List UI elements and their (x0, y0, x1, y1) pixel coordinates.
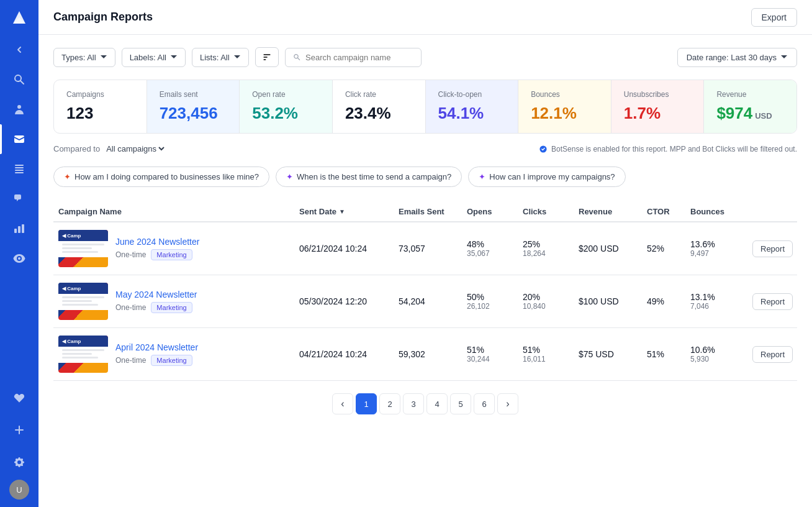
sidebar-item-search[interactable] (0, 65, 38, 94)
botsense-icon (539, 145, 548, 153)
stat-click-rate: Click rate 23.4% (333, 80, 426, 133)
sidebar-collapse-btn[interactable] (0, 35, 38, 65)
compared-row: Compared to All campaigns BotSense is en… (53, 144, 797, 154)
sort-icon: ▼ (339, 208, 345, 215)
stats-row: Campaigns 123 Emails sent 723,456 Open r… (53, 80, 797, 134)
campaigns-table: Campaign Name Sent Date ▼ Emails Sent Op… (53, 202, 797, 381)
search-icon (293, 53, 301, 62)
table-row: ◀ Camp May 2024 Newsletter One-time Mark… (53, 275, 797, 328)
pagination-prev[interactable]: ‹ (332, 393, 353, 414)
pagination-page-5[interactable]: 5 (450, 393, 471, 414)
stat-campaigns: Campaigns 123 (54, 80, 147, 133)
filters-row: Types: All Labels: All Lists: All Date r… (53, 47, 797, 67)
sidebar-item-campaigns[interactable] (0, 124, 38, 154)
campaign-thumbnail-1: ◀ Camp (58, 283, 108, 320)
ai-prompt-0[interactable]: ✦ How am I doing compared to businesses … (53, 167, 269, 187)
sidebar-item-conversations[interactable] (0, 184, 38, 214)
stat-emails-sent: Emails sent 723,456 (147, 80, 240, 133)
sidebar-item-reports[interactable] (0, 214, 38, 244)
pagination-page-2[interactable]: 2 (379, 393, 400, 414)
campaign-cell-2: ◀ Camp April 2024 Newsletter One-time Ma… (53, 336, 294, 373)
campaign-cell-1: ◀ Camp May 2024 Newsletter One-time Mark… (53, 283, 294, 320)
pagination-page-1[interactable]: 1 (356, 393, 377, 414)
sidebar-logo[interactable] (0, 0, 38, 35)
table-row: ◀ Camp April 2024 Newsletter One-time Ma… (53, 328, 797, 381)
avatar[interactable]: U (9, 480, 29, 500)
stat-bounces: Bounces 12.1% (518, 80, 611, 133)
date-range-button[interactable]: Date range: Last 30 days (677, 48, 797, 67)
campaign-cell-0: ◀ Camp June 2024 Newsletter One-time Mar… (53, 230, 294, 267)
botsense-note: BotSense is enabled for this report. MPP… (539, 145, 797, 153)
sidebar-item-automations[interactable] (0, 154, 38, 184)
export-button[interactable]: Export (751, 8, 797, 27)
table-row: ◀ Camp June 2024 Newsletter One-time Mar… (53, 222, 797, 275)
page-title: Campaign Reports (53, 11, 153, 24)
sidebar-item-analytics[interactable] (0, 244, 38, 273)
report-button-2[interactable]: Report (752, 346, 793, 363)
filter-options-button[interactable] (255, 47, 279, 67)
table-header: Campaign Name Sent Date ▼ Emails Sent Op… (53, 202, 797, 222)
main-area: Campaign Reports Export Types: All Label… (38, 0, 812, 507)
ai-prompt-2[interactable]: ✦ How can I improve my campaigns? (468, 167, 625, 187)
campaign-name-0[interactable]: June 2024 Newsletter (115, 237, 199, 247)
pagination-page-6[interactable]: 6 (474, 393, 495, 414)
pagination: ‹ 1 2 3 4 5 6 › (53, 381, 797, 427)
stat-revenue: Revenue $974USD (704, 80, 796, 133)
header: Campaign Reports Export (38, 0, 812, 35)
stat-click-to-open: Click-to-open 54.1% (426, 80, 519, 133)
types-filter[interactable]: Types: All (53, 48, 115, 67)
content-area: Types: All Labels: All Lists: All Date r… (38, 35, 812, 507)
sidebar: U (0, 0, 38, 507)
stat-unsubscribes: Unsubscribes 1.7% (611, 80, 705, 133)
report-button-0[interactable]: Report (752, 240, 793, 257)
pagination-page-4[interactable]: 4 (426, 393, 448, 414)
labels-filter[interactable]: Labels: All (122, 48, 186, 67)
campaign-thumbnail-0: ◀ Camp (58, 230, 108, 267)
ai-prompts: ✦ How am I doing compared to businesses … (53, 167, 797, 187)
sidebar-item-settings[interactable] (0, 447, 38, 477)
campaign-thumbnail-2: ◀ Camp (58, 336, 108, 373)
stat-open-rate: Open rate 53.2% (240, 80, 333, 133)
campaign-name-1[interactable]: May 2024 Newsletter (115, 290, 197, 299)
pagination-next[interactable]: › (497, 393, 518, 414)
campaign-name-2[interactable]: April 2024 Newsletter (115, 342, 198, 352)
sidebar-item-favorites[interactable] (0, 383, 38, 413)
search-input[interactable] (305, 53, 413, 62)
pagination-page-3[interactable]: 3 (403, 393, 424, 414)
sidebar-item-add[interactable] (0, 415, 38, 445)
lists-filter[interactable]: Lists: All (192, 48, 249, 67)
sidebar-item-contacts[interactable] (0, 94, 38, 124)
compared-to-select[interactable]: All campaigns (104, 144, 166, 154)
report-button-1[interactable]: Report (752, 293, 793, 310)
ai-prompt-1[interactable]: ✦ When is the best time to send a campai… (276, 167, 462, 187)
search-wrapper (285, 48, 422, 67)
